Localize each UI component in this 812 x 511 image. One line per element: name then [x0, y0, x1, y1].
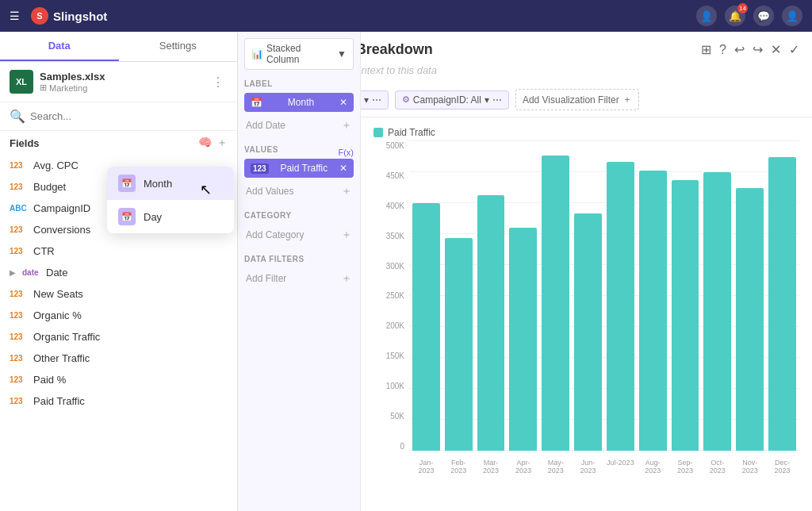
- add-category-icon: ＋: [341, 228, 352, 242]
- redo-icon[interactable]: ↪: [753, 42, 763, 57]
- bar-group[interactable]: [412, 141, 440, 451]
- campaign-filter-chip[interactable]: ⚙ CampaignID: All ▾ ⋯: [395, 90, 509, 110]
- add-filter-btn[interactable]: Add Filter ＋: [244, 268, 354, 289]
- notification-badge: 14: [737, 3, 748, 13]
- field-type: date: [22, 268, 40, 277]
- date-filter-chevron: ▾: [364, 94, 369, 106]
- bar-group[interactable]: [477, 141, 505, 451]
- bar-group[interactable]: [703, 141, 731, 451]
- bar-group[interactable]: [607, 141, 634, 451]
- hamburger-icon[interactable]: ☰: [10, 10, 20, 22]
- file-info: Samples.xlsx ⊞ Marketing: [40, 71, 202, 93]
- fields-add-icon[interactable]: ＋: [216, 136, 228, 150]
- viz-label: Stacked Column: [266, 43, 334, 65]
- field-expand-icon: ▶: [10, 268, 16, 277]
- field-item[interactable]: 123 New Seats: [3, 283, 234, 305]
- legend-dot: [373, 128, 383, 137]
- field-item[interactable]: 123 Paid Traffic: [3, 390, 234, 412]
- viz-selector[interactable]: 📊 Stacked Column ▼: [244, 38, 354, 70]
- panel-tabs: Data Settings: [0, 32, 237, 62]
- label-field-add: ✕: [339, 97, 347, 108]
- bar: [703, 172, 731, 451]
- field-type: 123: [10, 182, 27, 191]
- notifications-icon[interactable]: 🔔 14: [725, 6, 745, 26]
- bar: [509, 228, 537, 451]
- x-axis-label: Feb-2023: [445, 459, 473, 474]
- y-axis-label: 50K: [390, 412, 404, 421]
- day-label: Day: [144, 211, 162, 223]
- bar-group[interactable]: [542, 141, 569, 451]
- field-type: 123: [10, 375, 27, 384]
- fx-btn[interactable]: F(x): [338, 148, 354, 157]
- bar-group[interactable]: [639, 141, 667, 451]
- field-item[interactable]: 123 Paid %: [3, 369, 234, 390]
- app-name: Slingshot: [53, 10, 107, 23]
- y-axis-label: 300K: [386, 262, 404, 271]
- search-icon: 🔍: [10, 109, 25, 124]
- help-icon[interactable]: ?: [719, 43, 726, 57]
- config-label-field[interactable]: 📅 Month ✕: [244, 93, 354, 112]
- x-axis-label: May-2023: [542, 459, 569, 474]
- dropdown-item-day[interactable]: 📅 Day: [107, 200, 234, 233]
- month-label: Month: [144, 178, 172, 190]
- bar-group[interactable]: [574, 141, 602, 451]
- bar-group[interactable]: [509, 141, 537, 451]
- add-category-btn[interactable]: Add Category ＋: [244, 225, 354, 245]
- grid-view-icon[interactable]: ⊞: [701, 42, 711, 57]
- bars-container: [409, 141, 799, 451]
- search-input[interactable]: [30, 110, 228, 122]
- main-container: Data Settings XL Samples.xlsx ⊞ Marketin…: [0, 32, 812, 511]
- field-item[interactable]: 123 Organic %: [3, 305, 234, 326]
- date-granularity-dropdown: 📅 Month 📅 Day: [107, 167, 234, 233]
- undo-icon[interactable]: ↩: [734, 42, 745, 57]
- add-date-icon: ＋: [341, 118, 352, 133]
- x-axis-label: Nov-2023: [736, 459, 764, 474]
- values-section-header: VALUES: [244, 145, 278, 154]
- close-icon[interactable]: ✕: [771, 42, 781, 57]
- date-filter-more: ⋯: [372, 94, 381, 106]
- field-item[interactable]: ▶ date Date: [3, 262, 234, 283]
- fields-brain-icon[interactable]: 🧠: [198, 136, 212, 150]
- field-item[interactable]: 123 CTR: [3, 240, 234, 262]
- add-values-btn[interactable]: Add Values ＋: [244, 181, 354, 202]
- field-item[interactable]: 123 Other Traffic: [3, 348, 234, 369]
- file-subtitle: ⊞ Marketing: [40, 83, 202, 93]
- bar: [672, 180, 699, 451]
- file-menu-btn[interactable]: ⋮: [209, 75, 228, 90]
- tab-data[interactable]: Data: [0, 32, 119, 61]
- tab-settings[interactable]: Settings: [119, 32, 238, 61]
- search-bar: 🔍: [0, 102, 237, 131]
- user-avatar[interactable]: 👤: [782, 6, 802, 26]
- chat-icon[interactable]: 💬: [753, 6, 774, 26]
- bar: [736, 188, 764, 451]
- bar-group[interactable]: [736, 141, 764, 451]
- config-filters-section: DATA FILTERS Add Filter ＋: [244, 255, 354, 289]
- values-field-icon: 123: [251, 163, 269, 174]
- config-values-field[interactable]: 123 Paid Traffic ✕: [244, 159, 354, 178]
- bar: [542, 156, 569, 451]
- dropdown-item-month[interactable]: 📅 Month: [107, 167, 234, 200]
- label-section-header: LABEL: [244, 79, 354, 88]
- field-label: CampaignID: [33, 202, 90, 214]
- field-item[interactable]: 123 Organic Traffic: [3, 326, 234, 348]
- bar-group[interactable]: [768, 141, 796, 451]
- y-axis: 500K450K400K350K300K250K200K150K100K50K0: [373, 141, 409, 451]
- field-label: Budget: [33, 181, 66, 193]
- bar-group[interactable]: [445, 141, 473, 451]
- expand-icon[interactable]: ✓: [789, 42, 799, 57]
- field-label: CTR: [33, 245, 55, 257]
- nav-icons: 👤 🔔 14 💬 👤: [696, 6, 802, 26]
- add-viz-filter-icon: ＋: [622, 93, 632, 106]
- y-axis-label: 250K: [386, 291, 404, 300]
- y-axis-label: 350K: [386, 232, 404, 240]
- add-date-btn[interactable]: Add Date ＋: [244, 115, 354, 136]
- add-viz-filter-btn[interactable]: Add Visualization Filter ＋: [515, 89, 639, 110]
- chart-area: Paid Traffic 500K450K400K350K300K250K200…: [361, 117, 812, 511]
- viz-chevron: ▼: [337, 48, 347, 60]
- field-type: 123: [10, 332, 27, 341]
- campaign-filter-icon: ⚙: [402, 94, 410, 105]
- chart-actions: ⊞ ? ↩ ↪ ✕ ✓: [701, 42, 799, 57]
- bar-group[interactable]: [672, 141, 699, 451]
- profile-icon[interactable]: 👤: [696, 6, 717, 26]
- viz-icon: 📊: [251, 48, 263, 60]
